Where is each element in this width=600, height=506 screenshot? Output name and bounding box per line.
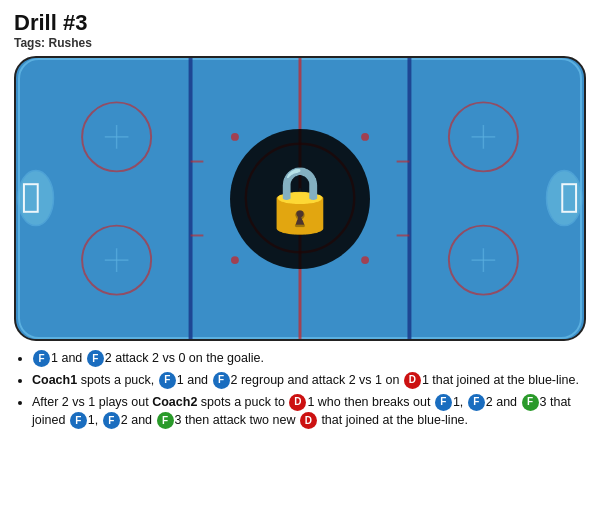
list-item-1: F1 and F2 attack 2 vs 0 on the goalie.	[32, 349, 586, 368]
lock-icon: 🔒	[260, 167, 340, 231]
instructions: F1 and F2 attack 2 vs 0 on the goalie. C…	[14, 349, 586, 496]
drill-title: Drill #3	[14, 10, 586, 36]
badge-f2-2: F	[213, 372, 230, 389]
badge-f1-4: F	[70, 412, 87, 429]
badge-d1: D	[404, 372, 421, 389]
badge-f3-2: F	[157, 412, 174, 429]
drill-tags: Tags: Rushes	[14, 36, 586, 50]
badge-f2-4: F	[103, 412, 120, 429]
badge-f2-3: F	[468, 394, 485, 411]
badge-d-new: D	[300, 412, 317, 429]
list-item-2: Coach1 spots a puck, F1 and F2 regroup a…	[32, 371, 586, 390]
badge-d1-2: D	[289, 394, 306, 411]
badge-f3: F	[522, 394, 539, 411]
lock-circle: 🔒	[230, 129, 370, 269]
badge-f2: F	[87, 350, 104, 367]
badge-f1: F	[33, 350, 50, 367]
coach2-label: Coach2	[152, 395, 197, 409]
lock-overlay: 🔒	[230, 129, 370, 269]
badge-f1-2: F	[159, 372, 176, 389]
list-item-3: After 2 vs 1 plays out Coach2 spots a pu…	[32, 393, 586, 431]
header: Drill #3 Tags: Rushes	[14, 10, 586, 50]
coach1-label: Coach1	[32, 373, 77, 387]
rink-container: 🔒	[14, 56, 586, 341]
instructions-list: F1 and F2 attack 2 vs 0 on the goalie. C…	[14, 349, 586, 430]
rink: 🔒	[16, 58, 584, 339]
page: Drill #3 Tags: Rushes	[0, 0, 600, 506]
badge-f1-3: F	[435, 394, 452, 411]
